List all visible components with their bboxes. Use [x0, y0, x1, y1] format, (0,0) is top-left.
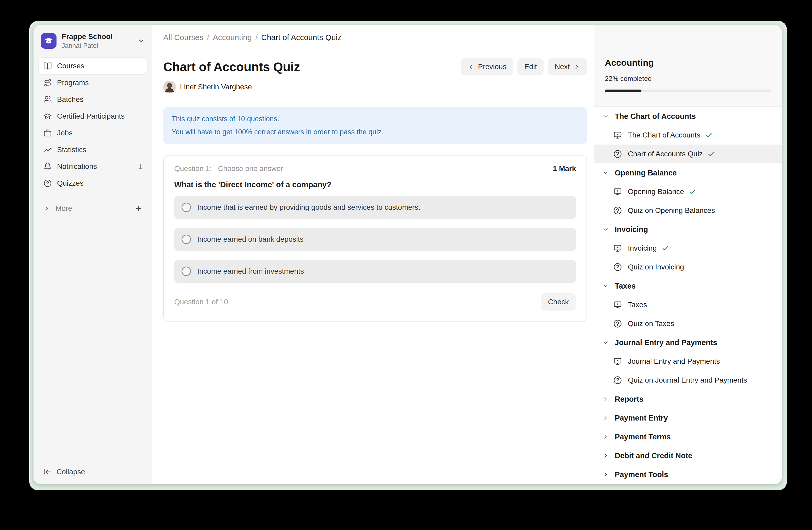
sidebar-item-more[interactable]: More	[33, 200, 152, 217]
sidebar-item-statistics[interactable]: Statistics	[39, 141, 147, 158]
course-panel-header: Accounting 22% completed	[594, 25, 782, 107]
check-button[interactable]: Check	[541, 293, 576, 310]
completed-check-icon	[689, 188, 696, 195]
outline-section-payment-terms[interactable]: Payment Terms	[594, 427, 782, 446]
frappe-school-logo-icon	[41, 33, 57, 49]
notice-line-2: You will have to get 100% correct answer…	[172, 126, 579, 139]
question-marks: 1 Mark	[553, 165, 576, 173]
quiz-icon	[613, 319, 622, 328]
brand-text: Frappe School Jannat Patel	[62, 32, 113, 50]
edit-button[interactable]: Edit	[518, 58, 543, 75]
outline-section-label: The Chart of Accounts	[615, 112, 696, 121]
outline-lesson-chart-of-accounts-quiz[interactable]: Chart of Accounts Quiz	[594, 144, 782, 163]
outline-section-reports[interactable]: Reports	[594, 390, 782, 408]
notification-count-badge: 1	[139, 163, 142, 171]
outline-lesson-quiz-on-opening-balances[interactable]: Quiz on Opening Balances	[594, 201, 782, 220]
breadcrumb-all-courses[interactable]: All Courses	[163, 33, 203, 42]
graduation-cap-icon	[43, 112, 52, 121]
outline-lesson-invoicing[interactable]: Invoicing	[594, 239, 782, 258]
help-circle-icon	[43, 179, 52, 187]
sidebar-item-jobs[interactable]: Jobs	[39, 125, 147, 141]
course-progress-fill	[605, 89, 641, 92]
outline-lesson-label: Quiz on Invoicing	[628, 263, 684, 271]
radio-button[interactable]	[182, 203, 191, 212]
breadcrumb-separator: /	[207, 33, 209, 42]
outline-section-label: Opening Balance	[615, 169, 677, 177]
answer-options: Income that is earned by providing goods…	[174, 196, 576, 283]
video-lesson-icon	[613, 131, 622, 140]
outline-section-opening-balance[interactable]: Opening Balance	[594, 163, 782, 182]
outline-lesson-the-chart-of-accounts[interactable]: The Chart of Accounts	[594, 126, 782, 144]
video-lesson-icon	[613, 357, 622, 366]
collapse-sidebar-button[interactable]: Collapse	[33, 468, 152, 484]
users-icon	[43, 95, 52, 104]
outline-lesson-quiz-on-journal-entry-and-payments[interactable]: Quiz on Journal Entry and Payments	[594, 371, 782, 390]
video-lesson-icon	[613, 187, 622, 196]
main-content: All Courses / Accounting / Chart of Acco…	[152, 25, 594, 484]
outline-lesson-label: Taxes	[628, 301, 647, 309]
outline-section-debit-and-credit-note[interactable]: Debit and Credit Note	[594, 446, 782, 465]
chevron-right-icon	[43, 205, 50, 212]
radio-button[interactable]	[182, 267, 191, 276]
chevron-down-icon	[602, 339, 609, 346]
answer-option-2[interactable]: Income earned on bank deposits	[174, 228, 576, 251]
quiz-notice-banner: This quiz consists of 10 questions. You …	[163, 107, 587, 144]
quiz-icon	[613, 263, 622, 271]
completed-check-icon	[707, 150, 715, 158]
sidebar-item-label: Statistics	[57, 145, 86, 154]
next-button[interactable]: Next	[548, 58, 587, 75]
outline-lesson-journal-entry-and-payments[interactable]: Journal Entry and Payments	[594, 352, 782, 371]
outline-lesson-opening-balance[interactable]: Opening Balance	[594, 182, 782, 201]
answer-option-3[interactable]: Income earned from investments	[174, 260, 576, 283]
author-chip[interactable]: Linet Sherin Varghese	[163, 81, 587, 93]
previous-button[interactable]: Previous	[461, 58, 513, 75]
outline-section-label: Payment Entry	[615, 414, 668, 422]
outline-lesson-quiz-on-invoicing[interactable]: Quiz on Invoicing	[594, 258, 782, 277]
sidebar-item-certified-participants[interactable]: Certified Participants	[39, 108, 147, 125]
course-outline-panel: Accounting 22% completed The Chart of Ac…	[594, 25, 782, 484]
route-icon	[43, 79, 52, 87]
breadcrumb-current: Chart of Accounts Quiz	[261, 33, 342, 42]
sidebar-item-notifications[interactable]: Notifications1	[39, 158, 147, 175]
chevron-down-icon	[602, 169, 609, 176]
window-frame: Frappe School Jannat Patel CoursesProgra…	[29, 21, 787, 490]
workspace-switcher[interactable]: Frappe School Jannat Patel	[33, 25, 152, 54]
video-lesson-icon	[613, 301, 622, 309]
sidebar-item-batches[interactable]: Batches	[39, 91, 147, 108]
course-outline-list: The Chart of AccountsThe Chart of Accoun…	[594, 107, 782, 484]
outline-section-payment-entry[interactable]: Payment Entry	[594, 408, 782, 427]
completed-check-icon	[662, 245, 669, 252]
briefcase-icon	[43, 129, 52, 137]
collapse-label: Collapse	[57, 468, 85, 476]
screenshot-stage: Frappe School Jannat Patel CoursesProgra…	[0, 0, 812, 530]
radio-button[interactable]	[182, 235, 191, 244]
outline-section-invoicing[interactable]: Invoicing	[594, 220, 782, 239]
outline-section-label: Debit and Credit Note	[615, 451, 692, 460]
chevron-right-icon	[602, 415, 609, 421]
chevron-right-icon	[602, 396, 609, 403]
quiz-icon	[613, 150, 622, 158]
outline-section-label: Journal Entry and Payments	[615, 338, 717, 347]
outline-section-payment-tools[interactable]: Payment Tools	[594, 465, 782, 484]
chevron-right-icon	[574, 64, 580, 70]
question-instruction: Choose one answer	[218, 165, 283, 173]
outline-section-label: Taxes	[615, 282, 636, 290]
answer-option-1[interactable]: Income that is earned by providing goods…	[174, 196, 576, 219]
outline-section-journal-entry-and-payments[interactable]: Journal Entry and Payments	[594, 333, 782, 352]
outline-section-label: Payment Tools	[615, 470, 668, 479]
sidebar-item-courses[interactable]: Courses	[39, 58, 147, 74]
outline-section-the-chart-of-accounts[interactable]: The Chart of Accounts	[594, 107, 782, 126]
answer-option-label: Income earned on bank deposits	[197, 235, 303, 243]
more-label: More	[56, 204, 72, 213]
outline-lesson-taxes[interactable]: Taxes	[594, 295, 782, 314]
app-window: Frappe School Jannat Patel CoursesProgra…	[33, 25, 782, 484]
add-shortcut-button[interactable]	[134, 205, 142, 212]
breadcrumb: All Courses / Accounting / Chart of Acco…	[152, 25, 594, 50]
sidebar-item-programs[interactable]: Programs	[39, 74, 147, 91]
outline-lesson-quiz-on-taxes[interactable]: Quiz on Taxes	[594, 314, 782, 333]
sidebar-item-quizzes[interactable]: Quizzes	[39, 175, 147, 192]
completed-check-icon	[705, 131, 712, 139]
breadcrumb-accounting[interactable]: Accounting	[213, 33, 252, 42]
course-title: Accounting	[605, 58, 771, 68]
outline-section-taxes[interactable]: Taxes	[594, 277, 782, 295]
